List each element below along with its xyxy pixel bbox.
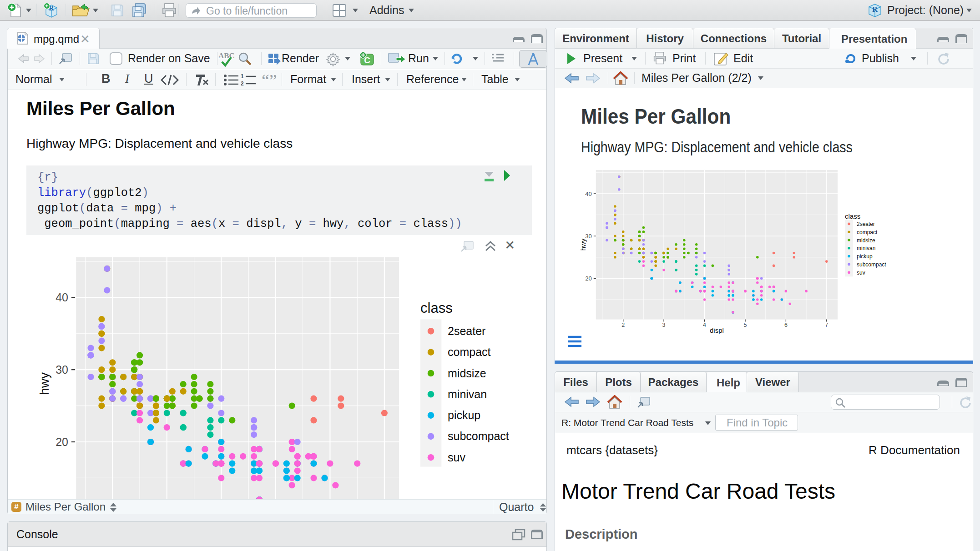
svg-text:ABC: ABC (218, 51, 235, 60)
svg-text:R: R (872, 5, 878, 13)
svg-text:2: 2 (241, 80, 244, 86)
svg-text:1: 1 (241, 74, 244, 80)
